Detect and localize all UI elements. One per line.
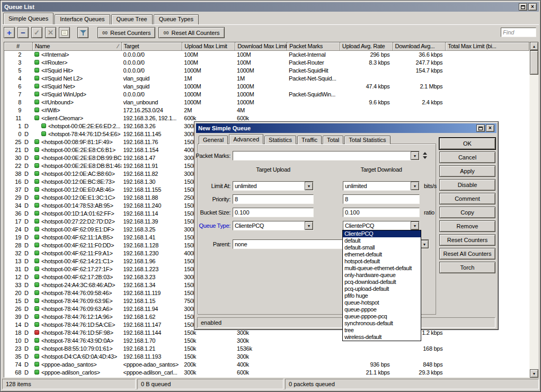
bucket-size-upload-input[interactable] <box>233 208 314 217</box>
column-header-download-avg[interactable]: Download Avg... <box>393 42 446 51</box>
queue-name: <pppoe-adilson_carlos> <box>41 369 100 377</box>
queue-type-upload-combo[interactable]: ClientePCQ ▼ <box>233 221 314 230</box>
dropdown-item-default-small[interactable]: default-small <box>343 244 421 251</box>
add-button[interactable]: + <box>4 27 15 38</box>
column-header-packet-marks[interactable]: Packet Marks <box>287 42 340 51</box>
dropdown-item-pcq-download-default[interactable]: pcq-download-default <box>343 279 421 286</box>
queue-number: 24 <box>4 226 21 234</box>
dialog-tab-advanced[interactable]: Advanced <box>229 134 263 144</box>
dropdown-item-ethernet-default[interactable]: ethernet-default <box>343 251 421 258</box>
dropdown-item-only-hardware-queue[interactable]: only-hardware-queue <box>343 272 421 279</box>
chevron-down-icon[interactable]: ▼ <box>411 182 419 190</box>
disable-button[interactable]: ✕ <box>45 27 56 38</box>
vertical-scrollbar[interactable]: ▲ ▼ <box>530 42 538 378</box>
column-header-target[interactable]: Target <box>122 42 183 51</box>
dialog-tab-total-statistics[interactable]: Total Statistics <box>344 136 390 144</box>
dropdown-item-pfifo-huge[interactable]: pfifo huge <box>343 292 421 299</box>
torch-button[interactable]: Torch <box>439 262 495 273</box>
tab-simple-queues[interactable]: Simple Queues <box>3 13 54 24</box>
reset-all-counters-button[interactable]: 00 Reset All Counters <box>158 27 224 38</box>
limit-at-download-combo[interactable]: unlimited ▼ <box>343 181 420 191</box>
queue-row[interactable]: 7<#Squid WinUpd>0.0.0.0/01000M1000MPacke… <box>4 91 529 99</box>
upload-avg-rate: 8.3 kbps <box>340 59 393 67</box>
chevron-down-icon[interactable]: ▼ <box>420 240 429 248</box>
scroll-down-icon[interactable]: ▼ <box>530 369 538 378</box>
column-header-upload-max-limit[interactable]: Upload Max Limit <box>182 42 235 51</box>
queue-row[interactable]: 5<#Squid Hit>0.0.0.0/01000M1000MPacket-S… <box>4 67 529 75</box>
close-icon[interactable]: × <box>528 3 537 11</box>
queue-row[interactable]: 10D<hotspot-78:44:76:43:9D:0A>192.168.1.… <box>4 337 529 345</box>
dropdown-item-queue-pppoe[interactable]: queue-pppoe <box>343 306 421 313</box>
queue-row[interactable]: 74D<pppoe-adao_santos><pppoe-adao_santos… <box>4 361 529 369</box>
packet-marks-updown[interactable] <box>423 152 429 159</box>
queue-row[interactable]: 2<#Internal>0.0.0.0/0100M100MPacket-Inte… <box>4 51 529 59</box>
queue-row[interactable]: 6<#Squid Net>vlan_squid1000M1000M47.4 kb… <box>4 83 529 91</box>
queue-icon <box>34 92 39 96</box>
ok-button[interactable]: OK <box>439 138 495 149</box>
enable-button[interactable]: ✓ <box>31 27 42 38</box>
apply-button[interactable]: Apply <box>439 165 495 177</box>
dropdown-item-clientepcq[interactable]: ClientePCQ <box>343 230 421 237</box>
chevron-down-icon[interactable]: ▼ <box>305 221 313 230</box>
upload-max-limit: 1000M <box>182 67 235 75</box>
tab-interface-queues[interactable]: Interface Queues <box>55 14 110 24</box>
dialog-tab-total[interactable]: Total <box>323 136 343 144</box>
queue-row[interactable]: 18D<hotspot-78:44:76:1D:5F:98>192.168.11… <box>4 329 529 337</box>
queue-row[interactable]: 23D<hotspot-B8:55:10:79:01:61>192.168.1.… <box>4 345 529 353</box>
column-header-total-max-limit-bi[interactable]: Total Max Limit (bi... <box>446 42 529 51</box>
dialog-close-icon[interactable]: × <box>486 124 494 132</box>
comment-button[interactable]: Comment <box>439 193 495 204</box>
bucket-size-download-input[interactable] <box>343 208 420 217</box>
chevron-down-icon[interactable]: ▼ <box>411 152 419 160</box>
dialog-tab-statistics[interactable]: Statistics <box>264 136 296 144</box>
dropdown-item-multi-queue-ethernet-default[interactable]: multi-queue-ethernet-default <box>343 265 421 272</box>
remove-button[interactable]: − <box>17 27 29 38</box>
queue-row[interactable]: 9<#Wifi>172.16.253.0/242M4M <box>4 106 529 114</box>
queue-row[interactable]: 8<#Unbound>vlan_unbound1000M1000M9.6 kbp… <box>4 99 529 106</box>
tab-queue-types[interactable]: Queue Types <box>154 14 199 24</box>
priority-download-input[interactable] <box>343 194 420 204</box>
dialog-tab-general[interactable]: General <box>199 136 228 144</box>
dialog-maximize-icon[interactable] <box>476 124 485 132</box>
dialog-tab-traffic[interactable]: Traffic <box>297 136 322 144</box>
column-header-download-max-limit[interactable]: Download Max Limit <box>235 42 287 51</box>
column-header-name[interactable]: Name∕ <box>33 42 122 51</box>
filter-button[interactable] <box>77 27 88 38</box>
reset-counters-button[interactable]: 00 Reset Counters <box>97 27 155 38</box>
limit-at-upload-combo[interactable]: unlimited ▼ <box>233 181 314 191</box>
chevron-down-icon[interactable]: ▼ <box>305 182 313 190</box>
maximize-icon[interactable] <box>519 3 527 11</box>
copy-button[interactable]: Copy <box>439 207 495 218</box>
dropdown-item-synchronous-default[interactable]: synchronous-default <box>343 320 421 327</box>
scrollbar-thumb[interactable] <box>530 50 538 75</box>
reset-counters-button[interactable]: Reset Counters <box>439 234 495 246</box>
queue-row[interactable]: 68D<pppoe-adilson_carlos><pppoe-adilson_… <box>4 369 529 377</box>
tab-queue-tree[interactable]: Queue Tree <box>111 14 153 24</box>
queue-row[interactable]: 3<#Router>0.0.0.0/0100M100MPacket-Router… <box>4 59 529 67</box>
dropdown-item-default[interactable]: default <box>343 237 421 244</box>
cancel-button[interactable]: Cancel <box>439 152 495 163</box>
dropdown-item-wireless-default[interactable]: wireless-default <box>343 334 421 341</box>
reset-all-counters-button[interactable]: Reset All Counters <box>439 248 495 260</box>
column-header-[interactable]: # <box>4 42 33 51</box>
column-header-upload-avg-rate[interactable]: Upload Avg. Rate <box>340 42 393 51</box>
remove-button[interactable]: Remove <box>439 220 495 232</box>
queue-name-cell: <#Squid Net> <box>33 83 122 91</box>
comment-button[interactable] <box>59 27 70 38</box>
packet-marks-combo[interactable]: ▼ <box>233 151 420 161</box>
scroll-up-icon[interactable]: ▲ <box>530 42 538 50</box>
dropdown-item-tree[interactable]: tree <box>343 327 421 334</box>
dropdown-item-pcq-upload-default[interactable]: pcq-upload-default <box>343 286 421 292</box>
chevron-down-icon[interactable]: ▼ <box>411 221 419 230</box>
find-input[interactable] <box>501 28 536 37</box>
queue-row[interactable]: 4<#Squid Net L2>vlan_squid1M1MPacket-Net… <box>4 75 529 83</box>
dropdown-item-queue-pppoe-pcq[interactable]: queue-pppoe-pcq <box>343 313 421 320</box>
dropdown-item-queue-hotspot[interactable]: queue-hotspot <box>343 299 421 306</box>
priority-upload-input[interactable] <box>233 194 314 204</box>
window-titlebar[interactable]: Queue List × <box>2 2 539 12</box>
queue-type-download-combo[interactable]: ClientePCQ ▼ <box>343 221 420 230</box>
queue-row[interactable]: 35D<hotspot-D4:CA:6D:0A:4D:43>192.168.11… <box>4 353 529 361</box>
dialog-titlebar[interactable]: New Simple Queue × <box>196 123 496 133</box>
disable-button[interactable]: Disable <box>439 179 495 191</box>
dropdown-item-hotspot-default[interactable]: hotspot-default <box>343 258 421 265</box>
